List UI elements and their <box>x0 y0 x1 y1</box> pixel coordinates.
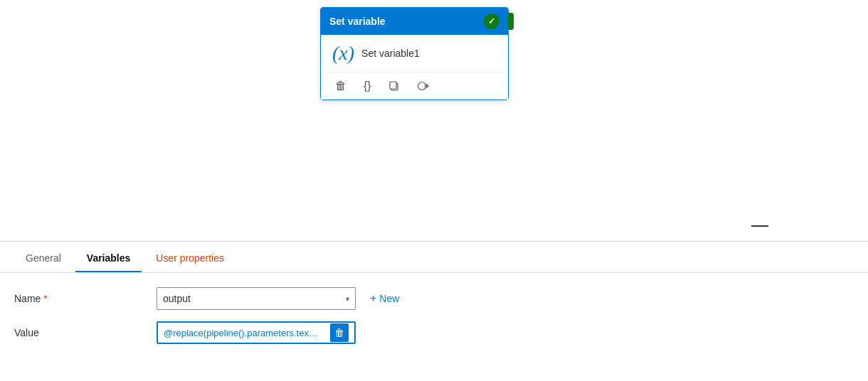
bottom-panel: General Variables User properties Name *… <box>0 242 868 381</box>
tab-user-properties[interactable]: User properties <box>144 245 235 272</box>
check-icon: ✓ <box>484 14 499 29</box>
svg-rect-1 <box>390 82 396 89</box>
minimize-bar <box>751 225 768 227</box>
dropdown-value: output <box>163 293 191 304</box>
value-delete-button[interactable]: 🗑 <box>330 323 349 342</box>
code-button[interactable]: {} <box>361 78 374 94</box>
value-input-text: @replace(pipeline().parameters.text,pi..… <box>164 328 320 338</box>
green-tab <box>508 13 514 30</box>
name-required-marker: * <box>43 293 47 304</box>
value-label: Value <box>14 327 157 338</box>
card-actions: 🗑 {} <box>321 72 508 100</box>
tab-variables[interactable]: Variables <box>75 245 142 272</box>
delete-button[interactable]: 🗑 <box>332 78 349 94</box>
card-title: Set variable <box>329 16 386 27</box>
new-label: New <box>379 293 399 304</box>
card-body: (x) Set variable1 <box>321 35 508 72</box>
tabs-bar: General Variables User properties <box>0 242 868 273</box>
card-header: Set variable ✓ <box>321 8 508 35</box>
panel-content: Name * output ▾ + New Value @replace(pip… <box>0 273 868 370</box>
name-label: Name * <box>14 293 157 304</box>
name-field-controls: output ▾ + New <box>157 287 405 310</box>
chevron-down-icon: ▾ <box>346 295 349 303</box>
name-dropdown[interactable]: output ▾ <box>157 287 356 310</box>
name-field-row: Name * output ▾ + New <box>14 287 854 310</box>
value-input-container[interactable]: @replace(pipeline().parameters.text,pi..… <box>157 321 356 344</box>
tab-general[interactable]: General <box>14 245 73 272</box>
plus-icon: + <box>370 292 376 305</box>
copy-button[interactable] <box>386 79 403 93</box>
set-variable-card: Set variable ✓ (x) Set variable1 🗑 {} <box>320 7 509 100</box>
value-field-row: Value @replace(pipeline().parameters.tex… <box>14 321 854 344</box>
new-button[interactable]: + New <box>364 289 405 308</box>
canvas-area: Set variable ✓ (x) Set variable1 🗑 {} <box>0 0 868 242</box>
variable-icon: (x) <box>332 43 354 63</box>
card-body-label: Set variable1 <box>361 48 420 59</box>
navigate-button[interactable] <box>414 79 433 93</box>
